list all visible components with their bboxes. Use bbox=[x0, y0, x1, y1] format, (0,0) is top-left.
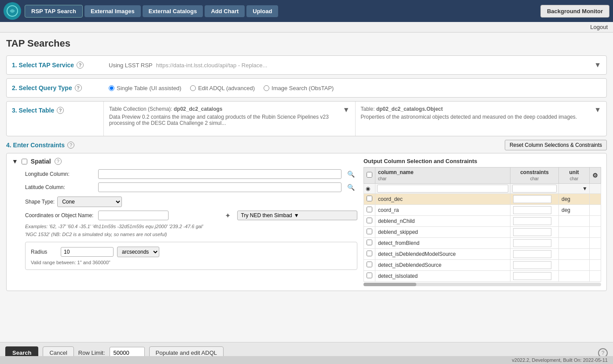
nav-external-catalogs[interactable]: External Catalogs bbox=[143, 5, 203, 17]
col-row-constraints[interactable] bbox=[510, 205, 559, 216]
col-header-settings[interactable]: ⚙ bbox=[590, 167, 601, 184]
col-checkbox[interactable] bbox=[367, 207, 372, 212]
scrollbar-thumb[interactable] bbox=[363, 283, 416, 286]
col-constraints-input[interactable] bbox=[513, 261, 551, 269]
col-checkbox[interactable] bbox=[367, 262, 372, 267]
col-row-checkbox-cell[interactable] bbox=[364, 249, 375, 260]
spatial-help-icon[interactable]: ? bbox=[55, 158, 62, 165]
col-row-constraints[interactable] bbox=[510, 238, 559, 249]
col-row-constraints[interactable] bbox=[510, 260, 559, 271]
col-row-checkbox-cell[interactable] bbox=[364, 216, 375, 227]
col-row-constraints[interactable] bbox=[510, 227, 559, 238]
col-constraints-input[interactable] bbox=[513, 272, 551, 280]
step4-help-icon[interactable]: ? bbox=[67, 142, 74, 149]
longitude-label: Longitude Column: bbox=[25, 171, 95, 177]
step2-option-obstap[interactable]: Image Search (ObsTAP) bbox=[264, 85, 334, 91]
step3-panel2-desc: Properties of the astronomical objects d… bbox=[361, 114, 591, 120]
filter-constraints-cell[interactable] bbox=[510, 184, 559, 194]
coords-input[interactable] bbox=[98, 211, 169, 220]
step2-option-single[interactable]: Single Table (UI assisted) bbox=[109, 85, 181, 91]
col-checkbox[interactable] bbox=[367, 273, 372, 278]
logout-link[interactable]: Logout bbox=[590, 24, 608, 30]
latitude-search-btn[interactable]: 🔍 bbox=[344, 184, 357, 191]
col-row-name: detect_isDeblendedModelSource bbox=[375, 249, 510, 260]
shape-type-row: Shape Type: Cone Polygon Multi-order Cov… bbox=[12, 197, 357, 207]
horizontal-scrollbar[interactable] bbox=[363, 283, 601, 286]
settings-icon[interactable]: ⚙ bbox=[592, 172, 598, 179]
col-row-settings bbox=[590, 249, 601, 260]
step2-row: 2. Select Query Type ? Single Table (UI … bbox=[6, 78, 607, 98]
filter-constraints-input[interactable] bbox=[512, 185, 557, 193]
shape-type-select[interactable]: Cone Polygon Multi-order Coverage bbox=[57, 197, 122, 207]
filter-name-input[interactable] bbox=[377, 185, 508, 193]
nav-upload[interactable]: Upload bbox=[246, 5, 278, 17]
step4-container: ▼ Spatial ? Longitude Column: 🔍 Latitude… bbox=[6, 153, 607, 291]
col-constraints-input[interactable] bbox=[513, 195, 551, 203]
col-row-checkbox-cell[interactable] bbox=[364, 271, 375, 282]
nav-add-chart[interactable]: Add Chart bbox=[205, 5, 245, 17]
step1-service-url: https://data-int.lsst.cloud/api/tap - Re… bbox=[156, 62, 267, 69]
dropdown-arrow-icon[interactable]: ▼ bbox=[582, 186, 587, 192]
col-checkbox[interactable] bbox=[367, 251, 372, 256]
col-row-checkbox-cell[interactable] bbox=[364, 260, 375, 271]
resolve-btn[interactable]: Try NED then Simbad ▼ bbox=[237, 211, 358, 220]
nav-rsp-tap-search[interactable]: RSP TAP Search bbox=[25, 5, 83, 18]
step3-panel1-desc: Data Preview 0.2 contains the image and … bbox=[109, 114, 339, 126]
step3-row: 3. Select Table ? Table Collection (Sche… bbox=[6, 101, 607, 136]
filter-name-cell[interactable] bbox=[375, 184, 510, 194]
col-select-all[interactable] bbox=[367, 172, 372, 178]
radius-input[interactable] bbox=[61, 247, 114, 257]
col-row-constraints[interactable] bbox=[510, 216, 559, 227]
col-row-checkbox-cell[interactable] bbox=[364, 194, 375, 205]
col-row-constraints[interactable] bbox=[510, 249, 559, 260]
col-constraints-input[interactable] bbox=[513, 228, 551, 236]
step3-panel2-expand[interactable]: ▼ bbox=[594, 106, 601, 114]
col-checkbox[interactable] bbox=[367, 196, 372, 201]
coords-resolve-icon[interactable]: ✦ bbox=[221, 211, 235, 220]
col-row-checkbox-cell[interactable] bbox=[364, 205, 375, 216]
filter-unit-cell[interactable]: ▼ bbox=[559, 184, 590, 194]
col-constraints-input[interactable] bbox=[513, 217, 551, 225]
col-constraints-input[interactable] bbox=[513, 206, 551, 214]
col-row-unit: deg bbox=[559, 194, 590, 205]
reset-constraints-button[interactable]: Reset Column Selections & Constraints bbox=[505, 140, 607, 150]
spatial-checkbox[interactable] bbox=[22, 159, 27, 164]
longitude-input[interactable] bbox=[98, 169, 341, 179]
col-row-constraints[interactable] bbox=[510, 194, 559, 205]
col-row-checkbox-cell[interactable] bbox=[364, 238, 375, 249]
latitude-input[interactable] bbox=[98, 182, 341, 192]
step3-panel1-prefix: Table Collection (Schema): dp02_dc2_cata… bbox=[109, 106, 339, 112]
step3-panel1-expand[interactable]: ▼ bbox=[343, 106, 350, 114]
step3-help-icon[interactable]: ? bbox=[57, 107, 64, 114]
spatial-header: ▼ Spatial ? bbox=[12, 158, 357, 165]
step2-label: 2. Select Query Type ? bbox=[12, 84, 109, 91]
radius-unit-select[interactable]: arcseconds arcminutes degrees bbox=[117, 247, 159, 257]
spatial-collapse-btn[interactable]: ▼ bbox=[12, 158, 18, 165]
step2-option-adql[interactable]: Edit ADQL (advanced) bbox=[190, 85, 255, 91]
spatial-form-grid: Longitude Column: 🔍 Latitude Column: 🔍 bbox=[12, 169, 357, 192]
col-checkbox[interactable] bbox=[367, 240, 372, 245]
nav-external-images[interactable]: External Images bbox=[84, 5, 141, 17]
step1-help-icon[interactable]: ? bbox=[77, 62, 84, 69]
shape-type-label: Shape Type: bbox=[25, 199, 55, 205]
radius-valid-text: Valid range between: 1" and 360000" bbox=[31, 260, 352, 265]
table-row: detect_isDeblendedModelSource bbox=[364, 249, 601, 260]
step3-panel1[interactable]: Table Collection (Schema): dp02_dc2_cata… bbox=[103, 102, 355, 136]
step1-expand-btn[interactable]: ▼ bbox=[594, 61, 601, 69]
output-header: Output Column Selection and Constraints bbox=[363, 158, 601, 164]
step3-panel2[interactable]: Table: dp02_dc2_catalogs.Object Properti… bbox=[355, 102, 607, 136]
col-checkbox[interactable] bbox=[367, 218, 372, 223]
row-limit-label: Row Limit: bbox=[78, 349, 105, 356]
col-row-checkbox-cell[interactable] bbox=[364, 227, 375, 238]
longitude-search-btn[interactable]: 🔍 bbox=[344, 171, 357, 178]
col-row-constraints[interactable] bbox=[510, 271, 559, 282]
step3-panel1-schema: dp02_dc2_catalogs bbox=[174, 106, 223, 112]
step2-help-icon[interactable]: ? bbox=[75, 84, 82, 91]
logo bbox=[4, 2, 21, 20]
col-constraints-input[interactable] bbox=[513, 239, 551, 247]
col-checkbox[interactable] bbox=[367, 229, 372, 234]
background-monitor-button[interactable]: Background Monitor bbox=[540, 5, 609, 18]
table-row: coord_dec deg bbox=[364, 194, 601, 205]
col-constraints-input[interactable] bbox=[513, 250, 551, 258]
step1-content: Using LSST RSP https://data-int.lsst.clo… bbox=[109, 62, 594, 69]
